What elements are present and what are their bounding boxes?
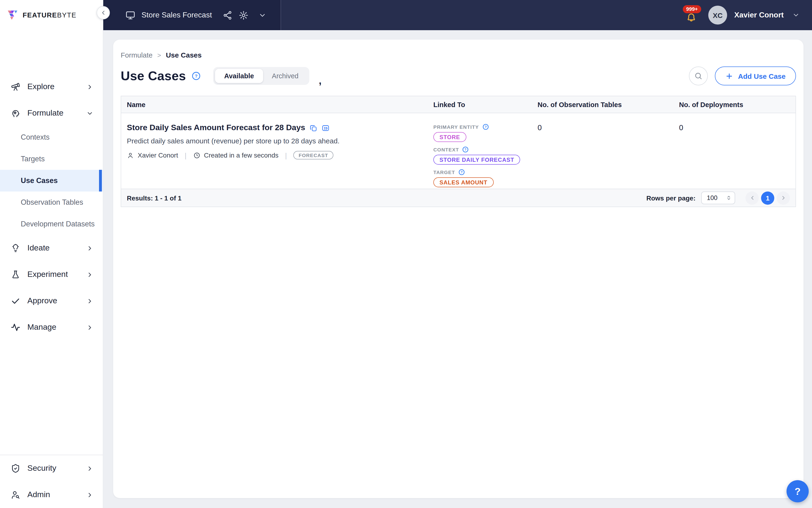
use-case-name-link[interactable]: Store Daily Sales Amount Forecast for 28… bbox=[127, 123, 305, 132]
id-copy-icon[interactable]: ID bbox=[322, 124, 330, 132]
chevron-right-icon bbox=[86, 324, 93, 331]
avatar[interactable]: XC bbox=[708, 6, 727, 25]
sidebar-item-label: Use Cases bbox=[21, 176, 58, 185]
active-indicator-bar bbox=[99, 170, 102, 192]
user-search-icon bbox=[11, 490, 20, 500]
cell-observation-tables-count: 0 bbox=[532, 113, 673, 190]
chevron-left-icon bbox=[749, 195, 755, 201]
sidebar-item-label: Security bbox=[27, 464, 56, 473]
help-floating-button[interactable]: ? bbox=[786, 480, 809, 502]
status-tab-group: Available Archived bbox=[213, 67, 309, 85]
sidebar-item-label: Explore bbox=[27, 82, 54, 91]
share-icon[interactable] bbox=[223, 10, 233, 20]
breadcrumb-current: Use Cases bbox=[166, 51, 201, 59]
breadcrumb-parent[interactable]: Formulate bbox=[121, 51, 152, 59]
author-name: Xavier Conort bbox=[138, 152, 178, 159]
sidebar-item-contexts[interactable]: Contexts bbox=[0, 126, 103, 148]
cell-name: Store Daily Sales Amount Forecast for 28… bbox=[121, 113, 428, 190]
sidebar-item-label: Approve bbox=[27, 296, 57, 306]
chevron-right-icon bbox=[86, 271, 93, 278]
svg-text:?: ? bbox=[485, 125, 487, 129]
cell-linked-to: PRIMARY ENTITY ? STORE CONTEXT ? STORE D… bbox=[428, 113, 532, 190]
activity-pulse-icon bbox=[11, 323, 20, 332]
user-icon bbox=[127, 152, 134, 159]
featurebyte-logo-icon bbox=[7, 9, 19, 22]
sidebar-item-formulate[interactable]: Formulate bbox=[0, 100, 103, 126]
chevron-down-icon bbox=[86, 110, 93, 117]
sidebar-item-approve[interactable]: Approve bbox=[0, 288, 103, 314]
check-icon bbox=[11, 296, 20, 306]
next-page-button[interactable] bbox=[777, 191, 790, 205]
user-menu-chevron-down-icon[interactable] bbox=[792, 11, 800, 19]
rows-per-page-select[interactable]: 100 bbox=[701, 192, 735, 204]
head-gear-icon bbox=[11, 109, 20, 118]
sidebar-item-manage[interactable]: Manage bbox=[0, 314, 103, 341]
help-circle-icon[interactable]: ? bbox=[458, 169, 465, 175]
notifications-button[interactable]: 999+ bbox=[686, 9, 698, 24]
title-row: Use Cases ? Available Archived , Add Use… bbox=[121, 66, 796, 86]
svg-text:ID: ID bbox=[324, 126, 327, 130]
notification-badge: 999+ bbox=[683, 5, 701, 13]
sidebar-item-observation-tables[interactable]: Observation Tables bbox=[0, 192, 103, 213]
brand-word-bold: FEATURE bbox=[22, 11, 57, 19]
svg-text:?: ? bbox=[195, 74, 198, 79]
sidebar-item-targets[interactable]: Targets bbox=[0, 148, 103, 170]
gear-icon[interactable] bbox=[239, 10, 249, 20]
content-card: Formulate > Use Cases Use Cases ? Availa… bbox=[113, 40, 804, 498]
sidebar-collapse-button[interactable] bbox=[97, 6, 110, 19]
add-use-case-button[interactable]: Add Use Case bbox=[715, 67, 796, 85]
copy-icon[interactable] bbox=[309, 124, 317, 132]
app-root: Store Sales Forecast 999+ XC Xavier Cono… bbox=[0, 0, 812, 508]
current-page-button[interactable]: 1 bbox=[761, 191, 774, 205]
previous-page-button[interactable] bbox=[746, 191, 759, 205]
footer-controls: Rows per page: 100 1 bbox=[646, 191, 790, 205]
title-actions: Add Use Case bbox=[689, 67, 796, 85]
tab-available[interactable]: Available bbox=[215, 69, 263, 83]
search-button[interactable] bbox=[689, 67, 708, 85]
rows-per-page-value: 100 bbox=[707, 194, 717, 201]
sidebar-item-development-datasets[interactable]: Development Datasets bbox=[0, 213, 103, 235]
sidebar: FEATUREBYTE Explore Formulate Cont bbox=[0, 0, 103, 508]
sidebar-item-ideate[interactable]: Ideate bbox=[0, 235, 103, 261]
search-icon bbox=[694, 72, 703, 80]
brand-logo[interactable]: FEATUREBYTE bbox=[0, 0, 103, 30]
use-case-meta: Xavier Conort | Created in a few seconds… bbox=[127, 151, 422, 160]
chevron-right-icon bbox=[86, 83, 93, 90]
sidebar-item-label: Formulate bbox=[27, 109, 63, 118]
help-circle-icon[interactable]: ? bbox=[482, 124, 489, 130]
monitor-icon bbox=[126, 10, 135, 20]
sidebar-item-label: Admin bbox=[27, 490, 50, 500]
sidebar-item-label: Contexts bbox=[21, 133, 49, 141]
meta-divider: | bbox=[185, 151, 186, 159]
sidebar-item-label: Development Datasets bbox=[21, 220, 95, 228]
sidebar-spacer bbox=[0, 341, 103, 455]
user-name: Xavier Conort bbox=[734, 11, 784, 19]
pagination: 1 bbox=[746, 191, 790, 205]
svg-text:?: ? bbox=[461, 170, 463, 174]
target-pill[interactable]: SALES AMOUNT bbox=[433, 177, 493, 187]
results-count: Results: 1 - 1 of 1 bbox=[127, 194, 182, 202]
primary-entity-pill[interactable]: STORE bbox=[433, 132, 466, 142]
telescope-icon bbox=[11, 82, 20, 91]
project-chevron-down-icon[interactable] bbox=[259, 11, 267, 19]
sidebar-item-admin[interactable]: Admin bbox=[0, 481, 103, 508]
add-use-case-label: Add Use Case bbox=[738, 72, 785, 80]
help-circle-icon[interactable]: ? bbox=[192, 71, 201, 81]
meta-divider: | bbox=[285, 151, 287, 159]
context-pill[interactable]: STORE DAILY FORECAST bbox=[433, 155, 521, 165]
help-circle-icon[interactable]: ? bbox=[462, 146, 469, 153]
sidebar-item-explore[interactable]: Explore bbox=[0, 74, 103, 100]
sidebar-item-experiment[interactable]: Experiment bbox=[0, 261, 103, 288]
chevron-right-icon bbox=[86, 245, 93, 252]
chevron-right-icon bbox=[780, 195, 786, 201]
chevron-right-icon bbox=[86, 297, 93, 304]
shield-check-icon bbox=[11, 464, 20, 473]
type-badge: FORECAST bbox=[294, 151, 333, 160]
flask-icon bbox=[11, 270, 20, 279]
tab-archived[interactable]: Archived bbox=[263, 69, 308, 83]
sidebar-item-security[interactable]: Security bbox=[0, 455, 103, 481]
created-time: Created in a few seconds bbox=[204, 152, 278, 159]
svg-text:?: ? bbox=[464, 147, 466, 152]
sidebar-item-use-cases[interactable]: Use Cases bbox=[0, 170, 103, 192]
project-selector[interactable]: Store Sales Forecast bbox=[103, 0, 281, 30]
